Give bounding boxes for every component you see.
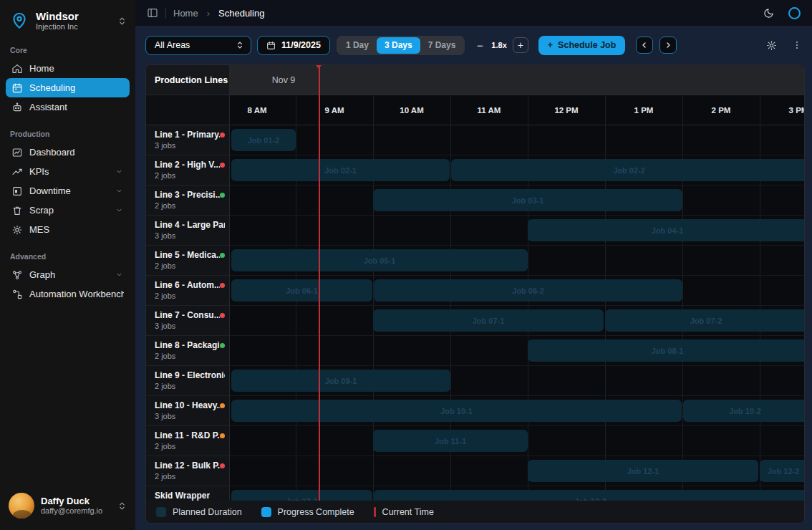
job-bar-job-03-1[interactable]: Job 03-1 bbox=[373, 189, 682, 211]
job-bar-job-04-1[interactable]: Job 04-1 bbox=[528, 219, 805, 241]
row-header: Line 1 - Primary...3 jobs bbox=[146, 125, 230, 155]
sidebar-item-dashboard[interactable]: Dashboard bbox=[6, 143, 130, 162]
view-option-7-days[interactable]: 7 Days bbox=[420, 37, 464, 54]
row-track: Job 09-1 bbox=[230, 366, 804, 396]
sidebar-section-advanced: AdvancedGraphAutomation Workbench bbox=[0, 246, 135, 304]
user-menu[interactable]: Daffy Duck daffy@coremfg.io bbox=[0, 486, 135, 521]
org-subtitle: Injection Inc bbox=[36, 22, 79, 32]
section-label: Production bbox=[6, 127, 130, 143]
row-name-text: Line 1 - Primary... bbox=[155, 130, 220, 140]
sidebar-item-label: Dashboard bbox=[29, 147, 75, 158]
hour-label: 11 AM bbox=[478, 106, 501, 115]
row-jobs-count: 2 jobs bbox=[155, 261, 225, 270]
view-option-1-day[interactable]: 1 Day bbox=[338, 37, 377, 54]
gantt-row-line-5-medica: Line 5 - Medica...2 jobsJob 05-1 bbox=[146, 246, 804, 276]
job-bar-job-09-1[interactable]: Job 09-1 bbox=[231, 370, 450, 392]
sidebar-item-scheduling[interactable]: Scheduling bbox=[6, 78, 130, 97]
row-header: Line 12 - Bulk P...2 jobs bbox=[146, 456, 230, 486]
gantt-time-header: 8 AM9 AM10 AM11 AM12 PM1 PM2 PM3 PM bbox=[146, 95, 804, 125]
chevrons-up-down-icon bbox=[236, 41, 244, 49]
job-bar-job-07-2[interactable]: Job 07-2 bbox=[605, 309, 805, 332]
prev-button[interactable] bbox=[636, 37, 653, 54]
section-label: Core bbox=[6, 43, 130, 59]
row-name-text: Line 7 - Consu... bbox=[155, 310, 220, 320]
schedule-job-label: Schedule Job bbox=[558, 40, 616, 50]
sidebar-item-label: KPIs bbox=[29, 166, 49, 177]
main-area: Home › Scheduling All Areas 11 bbox=[135, 0, 812, 530]
job-bar-label: Job 06-2 bbox=[512, 286, 544, 295]
area-filter-select[interactable]: All Areas bbox=[145, 36, 251, 55]
chevrons-up-down-icon bbox=[117, 16, 127, 26]
map-pin-logo-icon bbox=[9, 10, 30, 32]
legend-label: Planned Duration bbox=[173, 507, 242, 517]
row-header: Line 10 - Heavy...3 jobs bbox=[146, 396, 230, 426]
zoom-in-button[interactable]: + bbox=[513, 37, 528, 53]
more-options-kebab-icon[interactable] bbox=[792, 40, 802, 50]
job-bar-job-02-1[interactable]: Job 02-1 bbox=[231, 159, 450, 181]
hour-label: 12 PM bbox=[554, 106, 578, 115]
calendar-icon bbox=[11, 82, 23, 94]
status-dot-red bbox=[220, 313, 225, 318]
job-bar-job-02-2[interactable]: Job 02-2 bbox=[451, 159, 805, 181]
sidebar-item-graph[interactable]: Graph bbox=[6, 265, 130, 284]
date-picker-button[interactable]: 11/9/2025 bbox=[257, 36, 330, 55]
row-name: Line 8 - Packagi... bbox=[155, 340, 225, 350]
gantt-date-label: Nov 9 bbox=[272, 75, 296, 85]
workbench-icon bbox=[11, 289, 23, 300]
job-bar-job-10-2[interactable]: Job 10-2 bbox=[683, 400, 805, 422]
status-dot-green bbox=[220, 253, 225, 258]
sidebar-item-label: Home bbox=[29, 63, 54, 74]
job-bar-job-06-1[interactable]: Job 06-1 bbox=[231, 279, 372, 302]
org-switcher[interactable]: Windsor Injection Inc bbox=[0, 9, 135, 39]
sidebar-item-scrap[interactable]: Scrap bbox=[6, 201, 130, 220]
gantt-time-header-spacer bbox=[146, 95, 230, 125]
gantt-row-line-3-precisi: Line 3 - Precisi...2 jobsJob 03-1 bbox=[146, 186, 804, 216]
row-name-text: Line 2 - High V... bbox=[155, 160, 220, 170]
sidebar-section-core: CoreHomeSchedulingAssistant bbox=[0, 40, 135, 117]
row-name: Line 3 - Precisi... bbox=[155, 190, 225, 200]
legend-swatch-planned bbox=[156, 507, 166, 517]
job-bar-job-11-1[interactable]: Job 11-1 bbox=[373, 430, 528, 452]
next-button[interactable] bbox=[659, 37, 677, 54]
row-track: Job 07-1Job 07-2 bbox=[230, 306, 804, 336]
schedule-job-button[interactable]: + Schedule Job bbox=[538, 36, 626, 55]
row-track: Job 01-2 bbox=[230, 125, 804, 155]
job-bar-job-06-2[interactable]: Job 06-2 bbox=[374, 279, 682, 302]
gantt-left-header: Production Lines bbox=[146, 65, 230, 95]
sidebar-item-automation-workbench[interactable]: Automation Workbench bbox=[6, 284, 130, 304]
status-dot-orange bbox=[220, 403, 225, 408]
kpis-icon bbox=[11, 166, 23, 178]
gantt-row-line-10-heavy: Line 10 - Heavy...3 jobsJob 10-1Job 10-2 bbox=[146, 396, 804, 426]
breadcrumb-separator: › bbox=[206, 8, 211, 19]
zoom-out-button[interactable]: − bbox=[474, 39, 485, 52]
gantt-row-line-11-r-d-p: Line 11 - R&D P...2 jobsJob 11-1 bbox=[146, 426, 804, 456]
job-bar-job-01-2[interactable]: Job 01-2 bbox=[231, 129, 296, 151]
downtime-icon bbox=[11, 186, 23, 197]
home-icon bbox=[11, 63, 23, 74]
sidebar-item-assistant[interactable]: Assistant bbox=[6, 97, 130, 117]
settings-gear-icon[interactable] bbox=[766, 40, 777, 51]
view-option-3-days[interactable]: 3 Days bbox=[377, 37, 420, 54]
breadcrumb-home[interactable]: Home bbox=[173, 8, 198, 19]
theme-toggle-moon-icon[interactable] bbox=[763, 8, 774, 19]
sidebar-item-kpis[interactable]: KPIs bbox=[6, 162, 130, 181]
sidebar-item-downtime[interactable]: Downtime bbox=[6, 181, 130, 201]
job-bar-job-07-1[interactable]: Job 07-1 bbox=[373, 309, 604, 332]
job-bar-job-12-2[interactable]: Job 12-2 bbox=[760, 460, 805, 482]
sidebar-item-home[interactable]: Home bbox=[6, 59, 130, 78]
row-name: Line 2 - High V... bbox=[155, 160, 225, 170]
account-avatar-ring[interactable] bbox=[788, 7, 801, 19]
gantt-row-line-9-electronics: Line 9 - Electronics2 jobsJob 09-1 bbox=[146, 366, 804, 396]
job-bar-job-05-1[interactable]: Job 05-1 bbox=[231, 249, 528, 271]
chevron-down-icon bbox=[115, 167, 124, 176]
job-bar-job-08-1[interactable]: Job 08-1 bbox=[528, 339, 805, 362]
job-bar-job-10-1[interactable]: Job 10-1 bbox=[231, 400, 682, 422]
row-track: Job 03-1 bbox=[230, 186, 804, 216]
sidebar-toggle-icon[interactable] bbox=[147, 7, 158, 19]
legend-item-current-time: Current Time bbox=[374, 507, 434, 517]
status-dot-red bbox=[220, 463, 225, 468]
row-name: Line 10 - Heavy... bbox=[155, 400, 225, 410]
job-bar-job-12-1[interactable]: Job 12-1 bbox=[528, 460, 758, 482]
job-bar-label: Job 10-1 bbox=[440, 407, 473, 415]
sidebar-item-mes[interactable]: MES bbox=[6, 220, 130, 239]
